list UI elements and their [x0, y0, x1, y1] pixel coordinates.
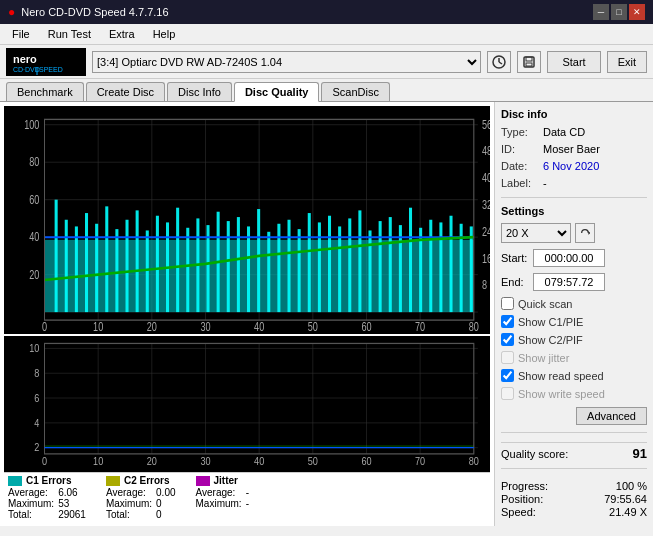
chart-area: 100 80 60 40 20 56 48 40 32 24 16 8 0 10…	[0, 102, 495, 526]
svg-rect-74	[308, 213, 311, 312]
show-read-speed-checkbox[interactable]	[501, 369, 514, 382]
quick-scan-label: Quick scan	[518, 298, 572, 310]
svg-rect-78	[348, 218, 351, 312]
svg-rect-81	[379, 221, 382, 312]
advanced-button[interactable]: Advanced	[576, 407, 647, 425]
show-jitter-label: Show jitter	[518, 352, 569, 364]
svg-rect-57	[136, 210, 139, 312]
svg-text:10: 10	[93, 320, 103, 334]
disc-id-row: ID: Moser Baer	[501, 143, 647, 155]
svg-text:60: 60	[29, 192, 39, 206]
drive-selector[interactable]: [3:4] Optiarc DVD RW AD-7240S 1.04	[92, 51, 481, 73]
c2-color	[106, 476, 120, 486]
write-speed-row: Show write speed	[501, 387, 647, 400]
svg-rect-54	[105, 206, 108, 312]
c1-avg-label: Average:	[8, 487, 54, 498]
svg-rect-80	[369, 230, 372, 312]
svg-rect-59	[156, 216, 159, 312]
close-button[interactable]: ✕	[629, 4, 645, 20]
svg-text:40: 40	[254, 455, 264, 467]
svg-text:nero: nero	[13, 53, 37, 65]
start-time-input[interactable]	[533, 249, 605, 267]
svg-text:48: 48	[482, 144, 490, 158]
menu-file[interactable]: File	[4, 26, 38, 42]
svg-rect-76	[328, 216, 331, 312]
show-c2-checkbox[interactable]	[501, 333, 514, 346]
end-label: End:	[501, 276, 529, 288]
speed-selector[interactable]: 20 X 4 X 8 X 16 X Max	[501, 223, 571, 243]
svg-text:10: 10	[29, 342, 39, 354]
maximize-button[interactable]: □	[611, 4, 627, 20]
svg-rect-69	[257, 209, 260, 312]
start-label: Start:	[501, 252, 529, 264]
svg-text:SPEED: SPEED	[39, 66, 63, 73]
svg-rect-86	[429, 220, 432, 312]
svg-text:20: 20	[147, 320, 157, 334]
svg-line-7	[499, 62, 502, 64]
tab-disc-info[interactable]: Disc Info	[167, 82, 232, 101]
svg-text:100: 100	[24, 117, 39, 131]
refresh-speed-button[interactable]	[575, 223, 595, 243]
disc-label-label: Label:	[501, 177, 539, 189]
tab-disc-quality[interactable]: Disc Quality	[234, 82, 320, 102]
c1-avg-value: 6.06	[58, 487, 86, 498]
svg-text:50: 50	[308, 320, 318, 334]
menu-help[interactable]: Help	[145, 26, 184, 42]
svg-rect-66	[227, 221, 230, 312]
svg-rect-87	[439, 222, 442, 312]
progress-label: Progress:	[501, 480, 548, 492]
quick-scan-checkbox[interactable]	[501, 297, 514, 310]
svg-rect-62	[186, 228, 189, 312]
disc-date-label: Date:	[501, 160, 539, 172]
disc-type-value: Data CD	[543, 126, 585, 138]
tab-benchmark[interactable]: Benchmark	[6, 82, 84, 101]
tab-bar: Benchmark Create Disc Disc Info Disc Qua…	[0, 79, 653, 102]
svg-text:30: 30	[200, 320, 210, 334]
show-write-speed-label: Show write speed	[518, 388, 605, 400]
svg-marker-125	[588, 231, 590, 234]
end-row: End:	[501, 273, 647, 291]
svg-text:40: 40	[29, 230, 39, 244]
show-c1-checkbox[interactable]	[501, 315, 514, 328]
svg-rect-72	[288, 220, 291, 312]
disc-id-label: ID:	[501, 143, 539, 155]
c2-title: C2 Errors	[124, 475, 170, 486]
browse-button[interactable]	[487, 51, 511, 73]
jitter-max-label: Maximum:	[196, 498, 242, 509]
svg-rect-67	[237, 217, 240, 312]
menu-extra[interactable]: Extra	[101, 26, 143, 42]
upper-chart: 100 80 60 40 20 56 48 40 32 24 16 8 0 10…	[4, 106, 490, 334]
svg-rect-61	[176, 208, 179, 312]
main-content: 100 80 60 40 20 56 48 40 32 24 16 8 0 10…	[0, 102, 653, 526]
start-button[interactable]: Start	[547, 51, 600, 73]
legend-c2: C2 Errors Average: 0.00 Maximum: 0 Total…	[106, 475, 176, 520]
save-button[interactable]	[517, 51, 541, 73]
minimize-button[interactable]: ─	[593, 4, 609, 20]
legend-c1: C1 Errors Average: 6.06 Maximum: 53 Tota…	[8, 475, 86, 520]
toolbar: nero CD·DVD SPEED [3:4] Optiarc DVD RW A…	[0, 45, 653, 79]
jitter-avg-label: Average:	[196, 487, 242, 498]
c2-pif-row: Show C2/PIF	[501, 333, 647, 346]
disc-type-row: Type: Data CD	[501, 126, 647, 138]
svg-rect-10	[526, 63, 532, 66]
svg-rect-79	[358, 210, 361, 312]
exit-button[interactable]: Exit	[607, 51, 647, 73]
c1-total-label: Total:	[8, 509, 54, 520]
show-c2-label: Show C2/PIF	[518, 334, 583, 346]
show-c1-label: Show C1/PIE	[518, 316, 583, 328]
svg-text:60: 60	[361, 320, 371, 334]
svg-text:0: 0	[42, 320, 47, 334]
svg-text:8: 8	[34, 367, 39, 379]
svg-text:60: 60	[361, 455, 371, 467]
end-time-input[interactable]	[533, 273, 605, 291]
tab-scandisc[interactable]: ScanDisc	[321, 82, 389, 101]
svg-rect-70	[267, 232, 270, 312]
tab-create-disc[interactable]: Create Disc	[86, 82, 165, 101]
menu-run-test[interactable]: Run Test	[40, 26, 99, 42]
jitter-title: Jitter	[214, 475, 238, 486]
start-row: Start:	[501, 249, 647, 267]
quick-scan-row: Quick scan	[501, 297, 647, 310]
svg-text:70: 70	[415, 455, 425, 467]
svg-rect-49	[55, 200, 58, 312]
svg-rect-82	[389, 217, 392, 312]
